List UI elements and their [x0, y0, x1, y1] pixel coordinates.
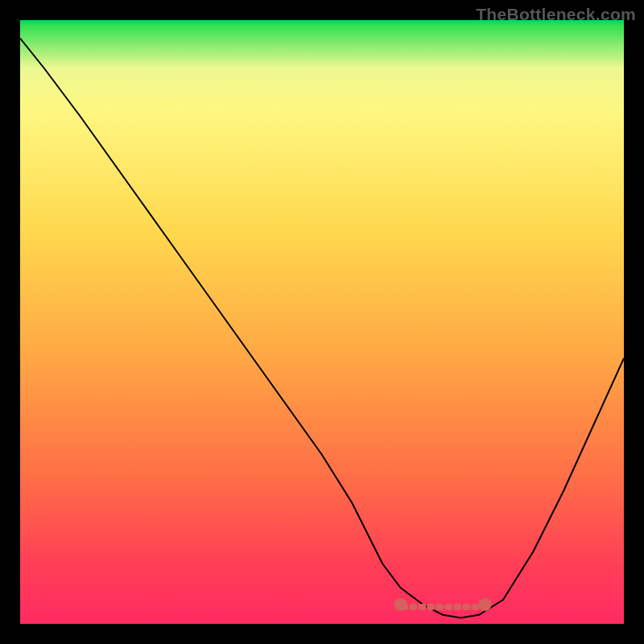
chart-svg [20, 20, 624, 624]
brand-watermark: TheBottleneck.com [476, 5, 636, 24]
chart-plot-area [20, 20, 624, 624]
pin-marker-right [479, 598, 492, 611]
bottleneck-curve [20, 39, 624, 618]
pin-marker-left [394, 598, 407, 611]
